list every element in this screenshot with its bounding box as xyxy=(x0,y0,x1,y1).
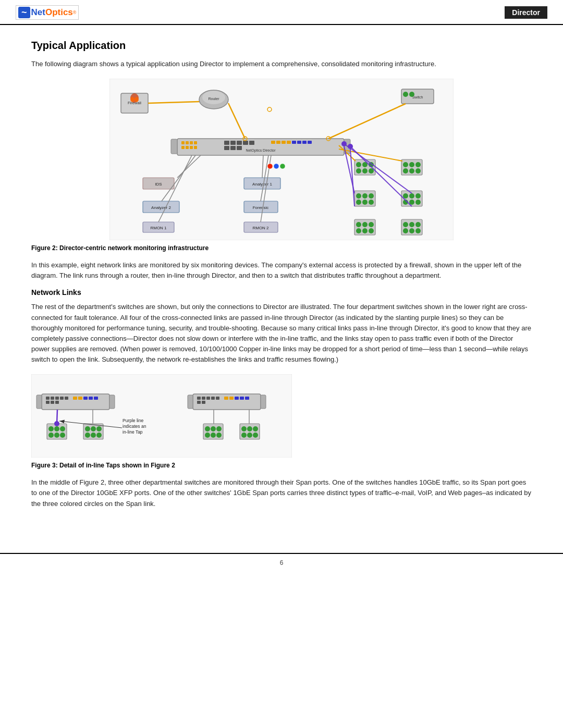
svg-text:Router: Router xyxy=(208,97,219,101)
svg-point-155 xyxy=(54,433,59,438)
logo-box: ~ NetOptics® xyxy=(16,5,79,20)
svg-text:in-line Tap: in-line Tap xyxy=(123,429,143,435)
svg-point-33 xyxy=(134,97,139,102)
svg-point-94 xyxy=(415,228,421,233)
svg-rect-140 xyxy=(216,397,219,400)
svg-rect-6 xyxy=(181,146,185,149)
svg-point-83 xyxy=(362,222,368,227)
svg-rect-142 xyxy=(202,401,205,404)
svg-text:Analyzer 2: Analyzer 2 xyxy=(151,205,171,210)
page-title: Typical Application xyxy=(31,40,532,52)
svg-point-65 xyxy=(409,168,414,174)
svg-point-71 xyxy=(356,200,361,205)
svg-point-72 xyxy=(362,200,368,205)
svg-text:Forensic: Forensic xyxy=(253,205,269,210)
figure2-diagram: NetOptics Director Firewall Router Switc… xyxy=(31,79,532,240)
svg-rect-11 xyxy=(230,141,236,145)
svg-rect-118 xyxy=(31,374,292,458)
svg-rect-14 xyxy=(249,141,254,145)
svg-point-154 xyxy=(48,433,54,438)
svg-point-174 xyxy=(253,426,258,431)
svg-rect-148 xyxy=(188,395,193,409)
network-links-heading: Network Links xyxy=(31,288,532,297)
svg-rect-17 xyxy=(237,146,242,150)
svg-point-163 xyxy=(96,433,102,438)
figure3-caption: Figure 3: Detail of in-line Taps shown i… xyxy=(31,462,532,469)
svg-point-152 xyxy=(54,426,59,431)
svg-rect-10 xyxy=(224,141,229,145)
svg-rect-134 xyxy=(109,395,115,409)
svg-rect-4 xyxy=(190,141,193,144)
svg-point-168 xyxy=(205,433,210,438)
svg-rect-147 xyxy=(245,397,249,400)
svg-point-91 xyxy=(415,222,421,227)
svg-rect-5 xyxy=(194,141,197,144)
svg-point-111 xyxy=(274,164,279,169)
svg-point-162 xyxy=(91,433,96,438)
svg-rect-27 xyxy=(171,139,177,154)
svg-rect-125 xyxy=(46,401,50,404)
svg-rect-21 xyxy=(287,141,291,144)
svg-text:indicates an: indicates an xyxy=(123,424,146,429)
svg-rect-121 xyxy=(51,397,54,400)
svg-text:Analyzer 1: Analyzer 1 xyxy=(252,182,272,187)
paragraph3: In the middle of Figure 2, three other d… xyxy=(31,477,532,509)
svg-point-172 xyxy=(241,426,247,431)
svg-rect-13 xyxy=(243,141,248,145)
logo-net-text: Net xyxy=(31,7,45,18)
svg-point-82 xyxy=(356,222,361,227)
svg-point-92 xyxy=(403,228,408,233)
logo-tilde-icon: ~ xyxy=(18,7,30,18)
svg-text:RMON 1: RMON 1 xyxy=(150,226,167,230)
svg-text:IDS: IDS xyxy=(155,182,162,187)
svg-rect-3 xyxy=(186,141,189,144)
svg-rect-2 xyxy=(181,141,185,144)
svg-point-167 xyxy=(216,426,222,431)
svg-point-73 xyxy=(369,200,374,205)
svg-rect-20 xyxy=(282,141,286,144)
svg-point-77 xyxy=(415,193,421,199)
svg-rect-127 xyxy=(55,401,59,404)
svg-rect-9 xyxy=(194,146,197,149)
svg-point-117 xyxy=(348,144,353,149)
svg-point-80 xyxy=(415,200,421,205)
inline-tap-svg: Purple line indicates an in-line Tap xyxy=(31,374,292,458)
svg-rect-130 xyxy=(83,397,88,400)
svg-rect-7 xyxy=(186,146,189,149)
svg-point-70 xyxy=(369,193,374,199)
svg-point-66 xyxy=(415,168,421,174)
paragraph1: In this example, eight network links are… xyxy=(31,260,532,281)
svg-rect-120 xyxy=(46,397,50,400)
svg-point-32 xyxy=(130,97,134,102)
network-diagram-svg: NetOptics Director Firewall Router Switc… xyxy=(109,79,454,240)
svg-point-166 xyxy=(211,426,216,431)
svg-point-160 xyxy=(96,426,102,431)
svg-point-161 xyxy=(85,433,90,438)
svg-point-170 xyxy=(216,433,222,438)
svg-rect-128 xyxy=(73,397,77,400)
svg-point-173 xyxy=(247,426,252,431)
svg-point-158 xyxy=(85,426,90,431)
svg-text:RMON 2: RMON 2 xyxy=(252,226,269,230)
svg-rect-139 xyxy=(211,397,215,400)
svg-rect-149 xyxy=(261,395,266,409)
figure3-diagram: Purple line indicates an in-line Tap xyxy=(31,374,532,458)
svg-rect-126 xyxy=(51,401,54,404)
main-content: Typical Application The following diagra… xyxy=(0,25,563,537)
svg-point-76 xyxy=(409,193,414,199)
svg-rect-8 xyxy=(190,146,193,149)
logo-registered-icon: ® xyxy=(73,10,77,15)
svg-rect-146 xyxy=(240,397,244,400)
svg-point-89 xyxy=(403,222,408,227)
svg-rect-137 xyxy=(202,397,205,400)
svg-rect-138 xyxy=(206,397,210,400)
svg-rect-15 xyxy=(224,146,229,150)
svg-rect-24 xyxy=(302,141,307,144)
intro-paragraph: The following diagram shows a typical ap… xyxy=(31,59,532,69)
svg-point-86 xyxy=(362,228,368,233)
svg-rect-144 xyxy=(229,397,234,400)
svg-rect-18 xyxy=(271,141,275,144)
svg-rect-1 xyxy=(177,139,344,155)
svg-point-93 xyxy=(409,228,414,233)
svg-rect-131 xyxy=(89,397,93,400)
